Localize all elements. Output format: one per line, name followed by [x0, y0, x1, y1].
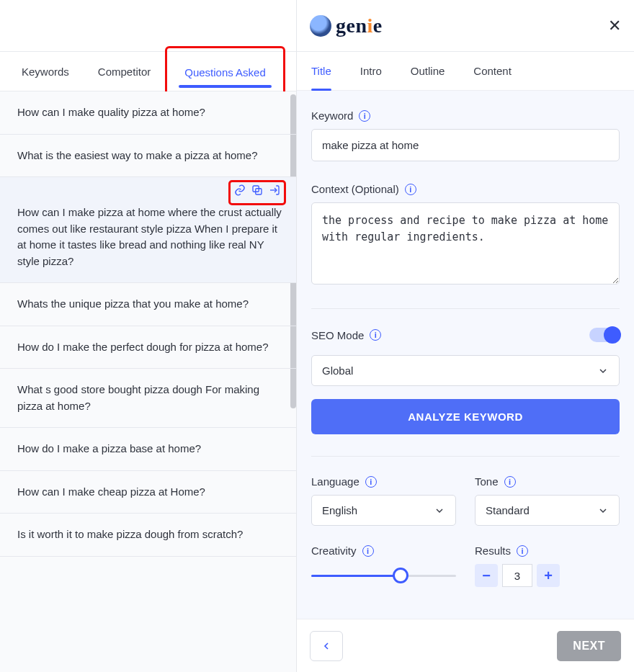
keyword-label: Keyword	[311, 109, 353, 122]
analyze-keyword-label: ANALYZE KEYWORD	[408, 411, 522, 423]
right-tab-intro[interactable]: Intro	[360, 52, 382, 91]
keyword-input[interactable]	[311, 129, 620, 161]
info-icon[interactable]: i	[517, 545, 528, 557]
creativity-label-row: Creativity i	[311, 545, 456, 557]
creativity-col: Creativity i	[311, 545, 456, 587]
creativity-slider[interactable]	[311, 567, 456, 586]
question-item[interactable]: What is the easiest way to make a pizza …	[0, 135, 296, 178]
info-icon[interactable]: i	[504, 476, 516, 488]
analyze-keyword-button[interactable]: ANALYZE KEYWORD	[311, 399, 620, 434]
question-item[interactable]: Is it worth it to make pizza dough from …	[0, 514, 296, 557]
lang-tone-row: Language i English Tone i Standard	[311, 475, 620, 526]
copy-icon[interactable]	[251, 184, 264, 202]
region-select[interactable]: Global	[311, 355, 620, 386]
question-text: What s good store bought pizza dough For…	[17, 383, 259, 412]
right-tab-title[interactable]: Title	[311, 52, 331, 91]
tone-col: Tone i Standard	[475, 475, 620, 526]
question-text: How do I make a pizza base at home?	[17, 442, 201, 454]
question-text: What is the easiest way to make a pizza …	[17, 149, 258, 161]
results-stepper: − 3 +	[475, 564, 620, 587]
right-tab-content-label: Content	[473, 65, 512, 77]
question-item[interactable]: How can I make pizza at home where the c…	[0, 177, 296, 283]
info-icon[interactable]: i	[370, 329, 381, 341]
context-label: Context (Optional)	[311, 183, 399, 195]
chevron-down-icon	[597, 505, 609, 516]
next-button-label: NEXT	[573, 640, 605, 652]
results-increment-button[interactable]: +	[537, 564, 560, 587]
toggle-knob	[604, 326, 621, 344]
info-icon[interactable]: i	[359, 110, 370, 122]
question-item[interactable]: How can I make cheap pizza at Home?	[0, 471, 296, 514]
slider-fill	[311, 575, 396, 577]
right-body: Keyword i Context (Optional) i SEO Mode …	[297, 91, 634, 672]
question-item[interactable]: What s good store bought pizza dough For…	[0, 369, 296, 428]
back-button[interactable]	[310, 631, 343, 661]
slider-thumb[interactable]	[393, 568, 408, 583]
info-icon[interactable]: i	[405, 184, 416, 195]
next-button[interactable]: NEXT	[557, 631, 621, 661]
results-label-row: Results i	[475, 545, 620, 557]
left-tab-competitor-label: Competitor	[98, 66, 151, 78]
keyword-label-row: Keyword i	[311, 109, 620, 122]
results-value[interactable]: 3	[502, 564, 532, 587]
context-input[interactable]	[311, 202, 620, 285]
language-value: English	[322, 504, 357, 516]
results-label: Results	[475, 545, 511, 557]
divider	[311, 456, 620, 457]
right-tab-title-label: Title	[311, 65, 331, 77]
right-tab-intro-label: Intro	[360, 65, 382, 77]
question-item[interactable]: How can I make quality pizza at home?	[0, 91, 296, 135]
right-tabs: Title Intro Outline Content	[297, 52, 634, 91]
question-text: How can I make cheap pizza at Home?	[17, 485, 205, 498]
questions-asked-highlight: Questions Asked	[165, 46, 285, 97]
tone-label-row: Tone i	[475, 475, 620, 488]
left-tab-competitor[interactable]: Competitor	[84, 52, 165, 91]
link-icon[interactable]	[233, 184, 246, 202]
language-select[interactable]: English	[311, 495, 456, 526]
language-col: Language i English	[311, 475, 456, 526]
keyword-section: Keyword i	[311, 109, 620, 161]
right-footer: NEXT	[297, 619, 634, 672]
questions-list: How can I make quality pizza at home? Wh…	[0, 91, 296, 672]
language-label: Language	[311, 475, 360, 488]
seo-mode-row: SEO Mode i	[311, 328, 620, 342]
left-tabs: Keywords Competitor Questions Asked	[0, 52, 296, 91]
question-item[interactable]: Whats the unique pizza that you make at …	[0, 283, 296, 326]
info-icon[interactable]: i	[362, 545, 374, 557]
context-section: Context (Optional) i	[311, 183, 620, 287]
insert-icon[interactable]	[268, 184, 281, 202]
right-tab-outline[interactable]: Outline	[411, 52, 445, 91]
right-tab-outline-label: Outline	[411, 65, 445, 77]
right-panel: genie ✕ Title Intro Outline Content Keyw…	[297, 0, 634, 672]
tone-label: Tone	[475, 475, 499, 488]
results-col: Results i − 3 +	[475, 545, 620, 587]
chevron-down-icon	[434, 505, 445, 516]
question-item[interactable]: How do I make a pizza base at home?	[0, 428, 296, 471]
chevron-down-icon	[597, 365, 609, 377]
question-text: How can I make pizza at home where the c…	[17, 206, 282, 267]
right-header: genie ✕	[297, 0, 634, 52]
question-text: How can I make quality pizza at home?	[17, 106, 205, 118]
creativity-results-row: Creativity i Results i − 3 +	[311, 545, 620, 587]
left-tab-questions-asked-label: Questions Asked	[184, 66, 266, 79]
info-icon[interactable]: i	[365, 476, 377, 488]
language-label-row: Language i	[311, 475, 456, 488]
question-text: Whats the unique pizza that you make at …	[17, 297, 249, 310]
tone-select[interactable]: Standard	[475, 495, 620, 526]
context-label-row: Context (Optional) i	[311, 183, 620, 195]
close-icon[interactable]: ✕	[608, 17, 621, 35]
question-text: How do I make the perfect dough for pizz…	[17, 341, 269, 353]
chevron-left-icon	[321, 640, 332, 652]
results-decrement-button[interactable]: −	[475, 564, 498, 587]
left-tab-questions-asked[interactable]: Questions Asked	[170, 53, 280, 92]
question-action-highlight	[228, 180, 286, 205]
left-tab-keywords-label: Keywords	[22, 66, 69, 78]
right-tab-content[interactable]: Content	[473, 52, 512, 91]
question-text: Is it worth it to make pizza dough from …	[17, 528, 243, 540]
seo-label-row: SEO Mode i	[311, 329, 381, 341]
left-header-blank	[0, 0, 296, 52]
seo-mode-toggle[interactable]	[589, 328, 620, 342]
left-tab-keywords[interactable]: Keywords	[7, 52, 84, 91]
question-item[interactable]: How do I make the perfect dough for pizz…	[0, 326, 296, 369]
region-value: Global	[322, 364, 353, 377]
